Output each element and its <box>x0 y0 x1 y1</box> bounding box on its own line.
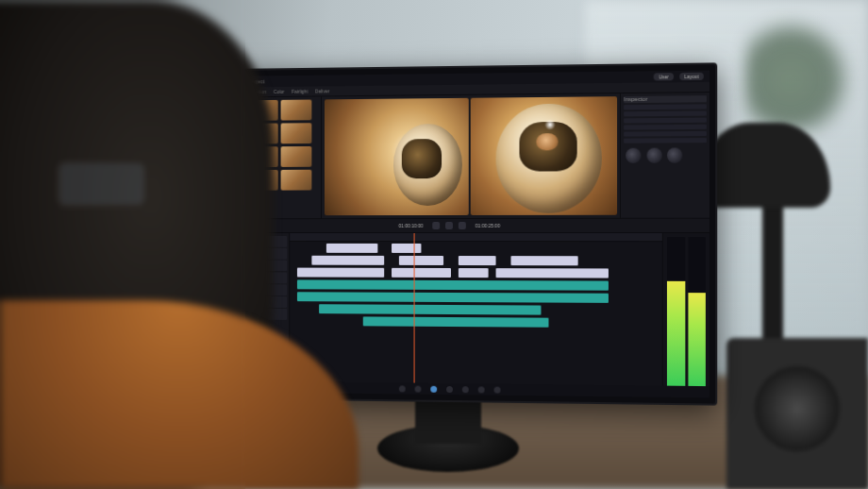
astronaut-helmet <box>393 124 462 206</box>
color-wheel-icon[interactable] <box>626 148 641 163</box>
page-dot[interactable] <box>430 385 437 392</box>
monitor-stand-neck <box>415 396 481 444</box>
video-clip[interactable] <box>399 256 443 265</box>
page-dot[interactable] <box>477 386 484 393</box>
page-dot[interactable] <box>398 385 405 392</box>
page-dot[interactable] <box>461 386 468 393</box>
page-dot[interactable] <box>446 385 453 392</box>
page-dot[interactable] <box>493 386 500 393</box>
photo-scene: Video Editor — Project User Layout Media… <box>0 0 868 489</box>
next-button[interactable] <box>459 222 466 229</box>
audio-clip[interactable] <box>297 292 609 303</box>
audio-meters <box>662 233 709 397</box>
clip-thumbnail[interactable] <box>281 146 312 167</box>
inspector-section[interactable] <box>624 125 707 130</box>
video-clip[interactable] <box>297 268 385 278</box>
timeline-lane[interactable] <box>290 278 662 292</box>
timeline-lane[interactable] <box>290 291 662 304</box>
person-glasses <box>57 160 147 208</box>
timeline-lane[interactable] <box>290 255 662 267</box>
background-plant <box>745 0 859 132</box>
in-timecode: 01:00:10:00 <box>395 223 427 228</box>
prev-button[interactable] <box>432 222 440 229</box>
timeline-lane[interactable] <box>290 243 662 254</box>
upper-panels: Inspector <box>199 93 709 218</box>
workspace-tab-color[interactable]: Color <box>274 89 285 94</box>
page-dot[interactable] <box>414 385 421 392</box>
color-wheel-icon[interactable] <box>667 147 682 162</box>
clip-thumbnail[interactable] <box>281 170 312 191</box>
audio-clip[interactable] <box>297 279 609 290</box>
color-wheel-icon[interactable] <box>646 148 661 163</box>
timeline-lane[interactable] <box>290 315 662 329</box>
user-menu[interactable]: User <box>654 73 674 80</box>
video-clip[interactable] <box>459 256 495 265</box>
inspector-section[interactable] <box>624 138 707 143</box>
audio-clip[interactable] <box>362 316 548 327</box>
audio-clip[interactable] <box>319 304 541 314</box>
inspector-panel[interactable]: Inspector <box>620 93 709 218</box>
workspace-tab-deliver[interactable]: Deliver <box>315 88 329 93</box>
timeline-lane[interactable] <box>290 303 662 316</box>
inspector-section[interactable] <box>624 131 707 137</box>
clip-thumbnail[interactable] <box>281 123 312 143</box>
inspector-header: Inspector <box>624 95 707 103</box>
astronaut-helmet <box>496 104 602 213</box>
timeline-tracks[interactable] <box>290 233 662 397</box>
meter-right <box>688 237 706 396</box>
meter-left <box>667 237 685 396</box>
clip-thumbnail[interactable] <box>281 100 312 121</box>
video-clip[interactable] <box>311 256 384 265</box>
video-clip[interactable] <box>326 244 377 253</box>
video-clip[interactable] <box>495 268 609 278</box>
desk-speaker <box>726 338 868 489</box>
layout-menu[interactable]: Layout <box>679 73 704 80</box>
transport-bar: 01:00:10:00 01:00:25:00 <box>199 218 709 233</box>
playhead[interactable] <box>414 233 415 397</box>
timeline-ruler[interactable] <box>290 233 662 242</box>
video-clip[interactable] <box>510 256 578 265</box>
source-viewer[interactable] <box>325 98 468 215</box>
timeline-lane[interactable] <box>290 267 662 279</box>
program-viewer[interactable] <box>470 96 617 215</box>
inspector-section[interactable] <box>624 118 707 124</box>
workspace-tab-fairlight[interactable]: Fairlight <box>292 89 308 94</box>
inspector-section[interactable] <box>624 104 707 110</box>
helmet-glint <box>544 119 555 130</box>
out-timecode: 01:00:25:00 <box>472 223 504 228</box>
video-clip[interactable] <box>392 244 421 253</box>
video-clip[interactable] <box>459 268 489 278</box>
helmet-visor <box>401 139 442 178</box>
astronaut-face <box>537 133 559 150</box>
inspector-section[interactable] <box>624 110 707 116</box>
video-clip[interactable] <box>392 268 451 278</box>
dual-viewers <box>322 93 620 218</box>
play-button[interactable] <box>445 222 453 229</box>
